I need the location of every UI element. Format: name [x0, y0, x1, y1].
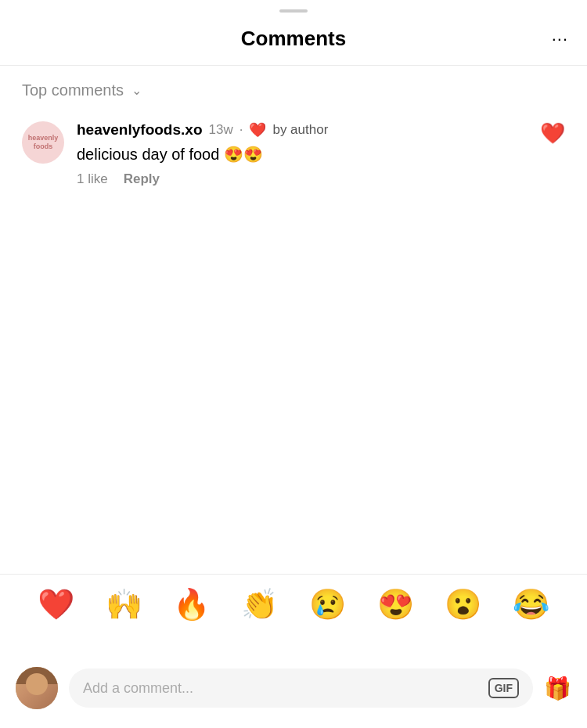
more-menu-button[interactable]: ···	[552, 29, 568, 49]
input-bar: Add a comment... GIF 🎁	[0, 667, 587, 709]
gif-button[interactable]: GIF	[488, 678, 519, 698]
comment-placeholder[interactable]: Add a comment...	[83, 680, 481, 697]
emoji-wow[interactable]: 😮	[445, 587, 481, 622]
gift-icon[interactable]: 🎁	[544, 676, 571, 701]
by-author-label: by author	[272, 122, 328, 138]
comments-area: heavenlyfoods heavenlyfoods.xo 13w · ❤️ …	[0, 112, 587, 196]
header: Comments ···	[0, 13, 587, 66]
table-row: heavenlyfoods heavenlyfoods.xo 13w · ❤️ …	[22, 121, 565, 187]
emoji-cry[interactable]: 😢	[309, 587, 346, 622]
comment-dot: ·	[239, 122, 243, 138]
sort-label: Top comments	[22, 81, 124, 99]
comment-username[interactable]: heavenlyfoods.xo	[77, 121, 203, 139]
heart-badge-icon: ❤️	[249, 121, 266, 139]
emoji-bar: ❤️ 🙌 🔥 👏 😢 😍 😮 😂	[0, 574, 587, 634]
reply-button[interactable]: Reply	[124, 171, 160, 187]
comment-actions: 1 like Reply	[77, 171, 528, 187]
sort-bar[interactable]: Top comments ⌄	[0, 66, 587, 112]
chevron-down-icon: ⌄	[131, 83, 142, 98]
emoji-heart-eyes[interactable]: 😍	[377, 587, 414, 622]
current-user-avatar	[16, 667, 58, 709]
emoji-clap[interactable]: 👏	[241, 587, 278, 622]
page-title: Comments	[241, 27, 346, 51]
comment-time: 13w	[209, 122, 233, 138]
emoji-fire[interactable]: 🔥	[173, 587, 210, 622]
heart-icon: ❤️	[540, 121, 565, 145]
comment-input-container[interactable]: Add a comment... GIF	[69, 669, 533, 708]
emoji-raised-hands[interactable]: 🙌	[106, 587, 142, 622]
comment-content: heavenlyfoods.xo 13w · ❤️ by author deli…	[77, 121, 528, 187]
comment-text: delicious day of food 😍😍	[77, 143, 528, 165]
avatar: heavenlyfoods	[22, 121, 64, 164]
emoji-laugh-cry[interactable]: 😂	[513, 587, 549, 622]
comment-meta: heavenlyfoods.xo 13w · ❤️ by author	[77, 121, 528, 139]
like-button[interactable]: ❤️	[540, 121, 565, 146]
comment-likes[interactable]: 1 like	[77, 171, 108, 187]
emoji-heart[interactable]: ❤️	[38, 587, 74, 622]
